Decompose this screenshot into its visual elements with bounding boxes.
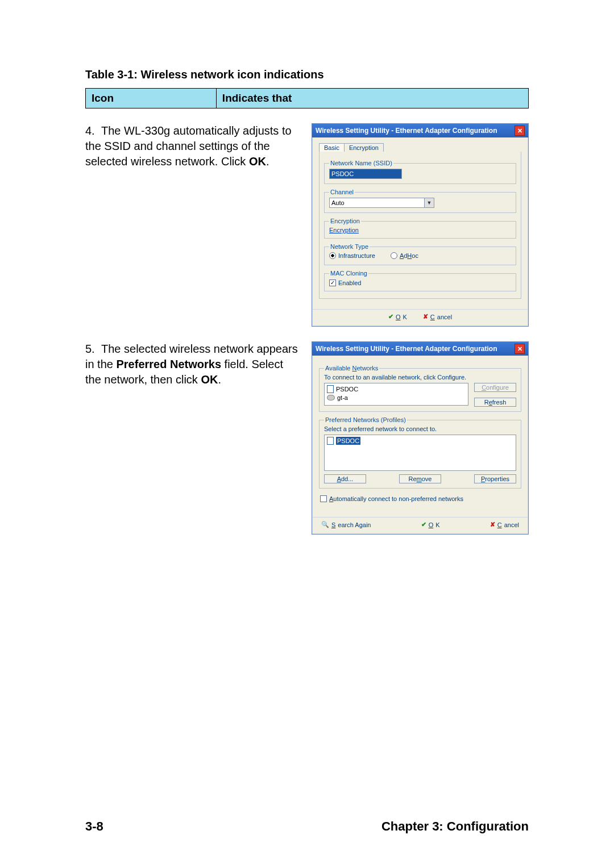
step-5-text: 5.The selected wireless network appears … xyxy=(85,341,312,387)
radio-infrastructure[interactable]: Infrastructure xyxy=(329,252,375,259)
table-caption: Table 3-1: Wireless network icon indicat… xyxy=(85,68,529,81)
dialog-title-bar: Wireless Setting Utility - Ethernet Adap… xyxy=(312,342,528,356)
dialog-buttons: ✔OK ✘Cancel xyxy=(312,309,528,326)
page-footer: 3-8 Chapter 3: Configuration xyxy=(85,819,529,834)
group-available-networks: Available Networks To connect to an avai… xyxy=(319,365,521,412)
dialog-title: Wireless Setting Utility - Ethernet Adap… xyxy=(316,345,497,353)
step-4-number: 4. xyxy=(85,123,101,139)
group-preferred-networks: Preferred Networks (Profiles) Select a p… xyxy=(319,416,521,489)
group-ssid: Network Name (SSID) PSDOC xyxy=(324,160,516,184)
checkmark-icon: ✔ xyxy=(388,313,393,320)
preferred-networks-list[interactable]: PSDOC xyxy=(324,435,516,471)
available-hint: To connect to an available network, clic… xyxy=(324,374,516,381)
chapter-title: Chapter 3: Configuration xyxy=(381,819,529,834)
group-encryption: Encryption Encryption xyxy=(324,218,516,239)
group-channel: Channel Auto ▼ xyxy=(324,189,516,213)
access-point-icon xyxy=(327,437,334,445)
radio-adhoc[interactable]: Ad Hoc xyxy=(391,252,418,259)
wireless-device-icon xyxy=(327,395,335,400)
available-networks-list[interactable]: PSDOC gt-a xyxy=(324,383,468,406)
page-number: 3-8 xyxy=(85,819,103,834)
ok-button[interactable]: ✔OK xyxy=(421,521,440,528)
check-enabled[interactable]: Enabled xyxy=(329,279,361,286)
check-auto-connect[interactable]: Automatically connect to non-preferred n… xyxy=(320,495,463,502)
icon-indications-table: Icon Indicates that xyxy=(85,88,529,108)
step-5: 5.The selected wireless network appears … xyxy=(85,341,529,535)
dialog-basic-config: Wireless Setting Utility - Ethernet Adap… xyxy=(312,123,529,327)
cancel-button[interactable]: ✘Cancel xyxy=(490,521,519,528)
search-again-button[interactable]: 🔍Search Again xyxy=(321,521,371,528)
add-button[interactable]: Add... xyxy=(324,474,366,483)
group-network-type: Network Type Infrastructure Ad Hoc xyxy=(324,243,516,265)
step-4: 4.The WL-330g automatically adjusts to t… xyxy=(85,123,529,327)
remove-button[interactable]: Remove xyxy=(399,474,441,483)
properties-button[interactable]: Properties xyxy=(474,474,516,483)
document-page: Table 3-1: Wireless network icon indicat… xyxy=(0,0,614,868)
dialog-title-bar: Wireless Setting Utility - Ethernet Adap… xyxy=(312,124,528,137)
close-icon[interactable]: ✕ xyxy=(515,344,525,354)
dialog-body: Available Networks To connect to an avai… xyxy=(312,356,528,514)
dialog-networks: Wireless Setting Utility - Ethernet Adap… xyxy=(312,341,529,535)
close-icon[interactable]: ✕ xyxy=(515,126,525,136)
step-5-number: 5. xyxy=(85,341,101,357)
table-header-icon: Icon xyxy=(86,89,217,108)
step-4-text: 4.The WL-330g automatically adjusts to t… xyxy=(85,123,312,169)
refresh-button[interactable]: Refresh xyxy=(474,398,516,407)
access-point-icon xyxy=(327,385,334,393)
x-icon: ✘ xyxy=(423,313,428,320)
tab-basic[interactable]: Basic xyxy=(319,143,345,152)
dialog-tabs: BasicEncryption xyxy=(319,143,521,152)
group-mac-cloning: MAC Cloning Enabled xyxy=(324,270,516,291)
channel-select[interactable]: Auto ▼ xyxy=(329,198,434,208)
chevron-down-icon: ▼ xyxy=(424,198,434,207)
ssid-input[interactable]: PSDOC xyxy=(329,169,402,179)
dialog-title: Wireless Setting Utility - Ethernet Adap… xyxy=(316,127,497,135)
dialog-buttons: 🔍Search Again ✔OK ✘Cancel xyxy=(312,517,528,534)
dialog-body: BasicEncryption Network Name (SSID) PSDO… xyxy=(312,137,528,306)
table-header-desc: Indicates that xyxy=(216,89,528,108)
x-icon: ✘ xyxy=(490,521,495,528)
tab-encryption[interactable]: Encryption xyxy=(344,143,384,152)
ok-button[interactable]: ✔OK xyxy=(388,313,407,320)
configure-button[interactable]: Configure xyxy=(474,383,516,392)
checkmark-icon: ✔ xyxy=(421,521,426,528)
encryption-link[interactable]: Encryption xyxy=(329,227,359,233)
preferred-hint: Select a preferred network to connect to… xyxy=(324,425,516,432)
search-icon: 🔍 xyxy=(321,521,329,528)
cancel-button[interactable]: ✘Cancel xyxy=(423,313,452,320)
